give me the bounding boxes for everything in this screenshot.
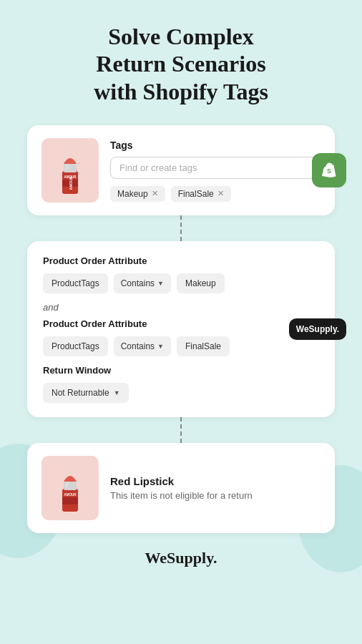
wesupply-badge: WeSupply. [289,318,346,340]
page-title: Solve Complex Return Scenarios with Shop… [94,23,268,105]
shopify-icon-badge: S [312,153,346,187]
return-window-label: Return Window [43,365,319,376]
rule2-field[interactable]: ProductTags [43,336,108,356]
operator1-arrow: ▼ [157,280,164,287]
product-image: AMOUR AMOUR [41,138,99,203]
operator2-arrow: ▼ [157,343,164,350]
tag-pill-finalsale: FinalSale ✕ [171,186,231,202]
return-window-section: Return Window Not Returnable ▼ [43,365,319,403]
result-card: AMOUR Red Lipstick This item is not elig… [27,443,335,533]
svg-rect-8 [62,497,78,504]
svg-text:AMOUR: AMOUR [64,175,77,179]
footer-brand: WeSupply. [145,549,217,567]
rule1-operator[interactable]: Contains ▼ [114,273,171,293]
rule1-value: Makeup [177,273,225,293]
tags-section: Tags Find or create tags Makeup ✕ FinalS… [110,140,321,202]
result-info: Red Lipstick This item is not eligible f… [110,475,253,501]
rule2-operator[interactable]: Contains ▼ [114,336,171,356]
rule2-value: FinalSale [177,336,230,356]
rule-row-2: ProductTags Contains ▼ FinalSale [43,336,319,356]
svg-rect-10 [65,482,69,488]
svg-text:AMOUR: AMOUR [64,493,77,497]
tags-pills: Makeup ✕ FinalSale ✕ [110,186,321,202]
connector-1 [180,215,182,241]
tags-input[interactable]: Find or create tags [110,157,321,179]
remove-makeup-tag[interactable]: ✕ [152,189,158,198]
product-name: Red Lipstick [110,475,253,487]
and-connector: and [43,302,319,313]
product-desc: This item is not eligible for a return [110,490,253,501]
attribute-label-2: Product Order Attribute [43,318,319,329]
rules-card: Product Order Attribute ProductTags Cont… [27,241,335,417]
connector-2 [180,417,182,443]
rule1-field[interactable]: ProductTags [43,273,108,293]
remove-finalsale-tag[interactable]: ✕ [217,189,224,198]
tags-label: Tags [110,140,321,151]
rule-row-1: ProductTags Contains ▼ Makeup [43,273,319,293]
attribute-label-1: Product Order Attribute [43,255,319,266]
svg-rect-4 [65,165,69,170]
shopify-tags-card: AMOUR AMOUR Tags Find or create tags Mak… [27,125,335,215]
tag-pill-makeup: Makeup ✕ [110,186,165,202]
result-product-image: AMOUR [41,456,99,520]
not-returnable-chip[interactable]: Not Returnable ▼ [43,383,129,403]
not-returnable-arrow: ▼ [114,389,120,396]
